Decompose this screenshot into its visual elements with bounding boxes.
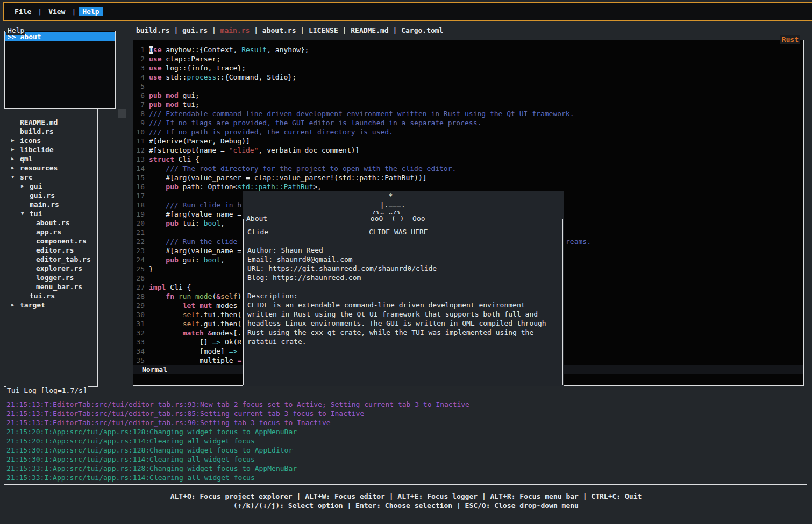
- code-line[interactable]: 11#[derive(Parser, Debug)]: [134, 137, 801, 146]
- code-token: u: [149, 46, 153, 54]
- line-number: 6: [134, 91, 145, 100]
- code-line[interactable]: 15 #[arg(value_parser = clap::value_pars…: [134, 173, 801, 182]
- code-token: tui;: [179, 101, 200, 109]
- explorer-item-tui-rs[interactable]: tui.rs: [5, 291, 129, 300]
- code-token: /// Run the clide: [166, 238, 237, 246]
- tab-license[interactable]: LICENSE: [309, 26, 338, 34]
- explorer-item-gui[interactable]: ▶gui: [5, 182, 129, 191]
- code-line[interactable]: 12#[structopt(name = "clide", verbatim_d…: [134, 146, 801, 155]
- line-number: 29: [134, 301, 145, 310]
- code-token: >,: [313, 183, 322, 191]
- explorer-item-build-rs[interactable]: build.rs: [5, 127, 129, 136]
- explorer-item-explorer-rs[interactable]: explorer.rs: [5, 264, 129, 273]
- code-token: modes: [212, 302, 237, 310]
- tab-about-rs[interactable]: about.rs: [262, 26, 296, 34]
- code-line[interactable]: 13struct Cli {: [134, 155, 801, 164]
- menubar: File|View|Help: [3, 2, 812, 21]
- menu-item-help[interactable]: Help: [79, 7, 103, 16]
- code-token: #[arg(value_parser = clap::value_parser!…: [149, 174, 427, 182]
- tab-build-rs[interactable]: build.rs: [136, 26, 170, 34]
- line-number: 1: [134, 45, 145, 54]
- code-token: process: [187, 73, 216, 81]
- explorer-item-tui[interactable]: ▼tui: [5, 209, 129, 218]
- code-line[interactable]: 7pub mod tui;: [134, 100, 801, 109]
- code-token: pub mod: [149, 91, 179, 99]
- explorer-item-label: explorer.rs: [36, 264, 82, 272]
- code-token: ,: [220, 256, 225, 264]
- code-token: impl: [149, 283, 166, 291]
- code-token: , verbatim_doc_comment)]: [259, 146, 360, 154]
- chevron-collapsed-icon: ▶: [11, 154, 20, 163]
- code-line[interactable]: 8/// Extendable command-line driven deve…: [134, 109, 801, 118]
- code-token: path: Option<: [179, 183, 238, 191]
- explorer-item-readme-md[interactable]: README.md: [5, 118, 129, 127]
- code-line[interactable]: 3use log::{info, trace};: [134, 63, 801, 73]
- code-token: /// If no flags are provided, the GUI ed…: [149, 119, 481, 127]
- code-line[interactable]: 5: [134, 82, 801, 91]
- code-token: [149, 329, 183, 337]
- explorer-item-libclide[interactable]: ▶libclide: [5, 145, 129, 154]
- explorer-item-logger-rs[interactable]: logger.rs: [5, 273, 129, 282]
- menu-item-view[interactable]: View: [45, 7, 69, 16]
- code-token: [mode]: [149, 347, 229, 355]
- code-token: log::{info, trace};: [161, 64, 246, 72]
- explorer-item-app-rs[interactable]: app.rs: [5, 227, 129, 236]
- dropdown-scrollbar-thumb[interactable]: [118, 109, 126, 118]
- line-number: 26: [134, 274, 145, 283]
- code-line[interactable]: 2use clap::Parser;: [134, 54, 801, 63]
- chevron-expanded-icon: ▼: [21, 209, 30, 218]
- menu-items: File|View|Help: [11, 8, 103, 16]
- explorer-item-label: libclide: [20, 146, 54, 154]
- explorer-item-src[interactable]: ▼src: [5, 173, 129, 182]
- log-entry: 21:15:33:I:App:src/tui/app.rs:128:Changi…: [6, 464, 802, 473]
- code-token: /// If no path is provided, the current …: [149, 128, 393, 136]
- code-token: pub: [166, 219, 178, 227]
- explorer-item-menu-bar-rs[interactable]: menu_bar.rs: [5, 282, 129, 291]
- line-number: 28: [134, 292, 145, 301]
- menu-item-file[interactable]: File: [11, 7, 35, 16]
- code-token: #[arg(value_name =: [149, 247, 241, 255]
- line-number: 34: [134, 347, 145, 356]
- status-line-2: (↑/k)/(↓/j): Select option | Enter: Choo…: [0, 501, 812, 510]
- chevron-expanded-icon: ▼: [11, 173, 20, 182]
- menu-separator: |: [38, 8, 42, 16]
- code-line[interactable]: 16 pub path: Option<std::path::PathBuf>,: [134, 182, 801, 191]
- tab-main-rs[interactable]: main.rs: [220, 26, 250, 34]
- code-line[interactable]: 4use std::process::{Command, Stdio};: [134, 73, 801, 82]
- code-line[interactable]: 10/// If no path is provided, the curren…: [134, 127, 801, 137]
- explorer-item-icons[interactable]: ▶icons: [5, 136, 129, 145]
- code-token: #[derive(Parser, Debug)]: [149, 137, 250, 145]
- explorer-item-about-rs[interactable]: about.rs: [5, 218, 129, 227]
- explorer-item-editor-rs[interactable]: editor.rs: [5, 246, 129, 255]
- explorer-item-label: main.rs: [30, 200, 59, 209]
- explorer-item-qml[interactable]: ▶qml: [5, 154, 129, 163]
- tab-cargo-toml[interactable]: Cargo.toml: [401, 26, 443, 34]
- explorer-item-component-rs[interactable]: component.rs: [5, 236, 129, 246]
- explorer-item-resources[interactable]: ▶resources: [5, 163, 129, 173]
- code-token: ,: [220, 219, 225, 227]
- code-token: [149, 311, 183, 319]
- code-line[interactable]: 14 /// The root directory for the projec…: [134, 164, 801, 173]
- explorer-item-gui-rs[interactable]: gui.rs: [5, 191, 129, 200]
- explorer-item-main-rs[interactable]: main.rs: [5, 200, 129, 209]
- code-line[interactable]: 1use anyhow::{Context, Result, anyhow};: [134, 45, 801, 54]
- code-token: [174, 292, 179, 300]
- code-line[interactable]: 9/// If no flags are provided, the GUI e…: [134, 118, 801, 127]
- code-token: run_mode: [179, 292, 212, 300]
- tab-readme-md[interactable]: README.md: [351, 26, 388, 34]
- line-number: 30: [134, 310, 145, 319]
- code-line[interactable]: 6pub mod gui;: [134, 91, 801, 100]
- explorer-item-editor-tab-rs[interactable]: editor_tab.rs: [5, 255, 129, 264]
- explorer-item-label: component.rs: [36, 237, 87, 245]
- code-token: tui:: [179, 219, 204, 227]
- explorer-item-label: src: [20, 173, 32, 181]
- tab-gui-rs[interactable]: gui.rs: [182, 26, 208, 34]
- line-number: 35: [134, 356, 145, 365]
- code-token: pub: [166, 183, 178, 191]
- editor-language-badge: Rust: [780, 35, 800, 44]
- code-token: [204, 329, 208, 337]
- line-number: 21: [134, 228, 145, 237]
- code-token: "clide": [229, 146, 259, 154]
- code-token: ): [237, 292, 241, 300]
- explorer-item-target[interactable]: ▶target: [5, 300, 129, 310]
